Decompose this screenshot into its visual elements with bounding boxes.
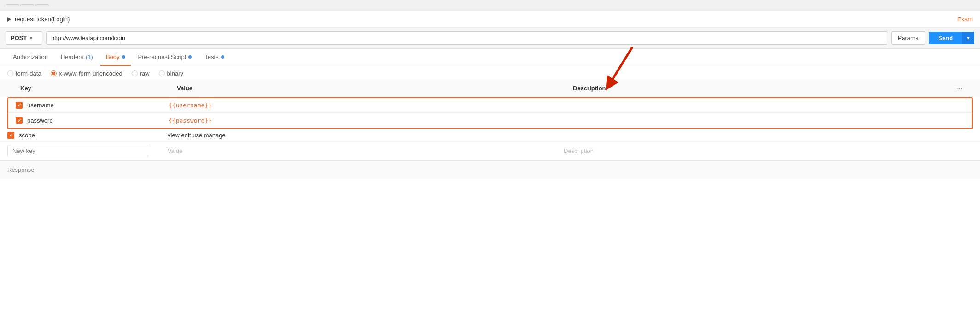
tab-tests[interactable]: Tests xyxy=(199,49,229,66)
table-header: Key Value Description ··· xyxy=(0,81,980,97)
tab-headers-label: Headers xyxy=(61,53,83,60)
tab-authorization[interactable]: Authorization xyxy=(7,49,53,66)
radio-binary-label: binary xyxy=(167,70,183,77)
col-key: Key xyxy=(7,85,164,93)
table-row: ✓ scope view edit use manage xyxy=(0,129,980,142)
col-description: Description xyxy=(560,85,956,93)
radio-raw[interactable]: raw xyxy=(132,70,150,77)
tab-tests-label: Tests xyxy=(204,53,218,60)
example-link[interactable]: Exam xyxy=(957,16,973,23)
stub-tab-1[interactable] xyxy=(6,4,19,6)
body-type-row: form-data x-www-form-urlencoded raw bina… xyxy=(0,66,980,81)
new-value-placeholder[interactable]: Value xyxy=(164,147,560,154)
section-title-text: request token(Login) xyxy=(15,16,70,23)
method-dropdown[interactable]: POST ▼ xyxy=(6,31,42,45)
new-key-input[interactable] xyxy=(7,145,148,157)
tab-headers[interactable]: Headers (1) xyxy=(55,49,99,66)
params-table: Key Value Description ··· ✓ username {{u… xyxy=(0,81,980,160)
tab-pre-request-label: Pre-request Script xyxy=(138,53,187,60)
url-input[interactable] xyxy=(46,31,887,45)
send-dropdown-button[interactable]: ▼ xyxy=(962,32,974,44)
new-desc-placeholder: Description xyxy=(560,147,956,154)
new-key-cell xyxy=(7,145,164,157)
radio-form-data-label: form-data xyxy=(16,70,41,77)
method-chevron-icon: ▼ xyxy=(29,35,33,41)
checkbox-check-icon: ✓ xyxy=(18,103,21,108)
send-button[interactable]: Send xyxy=(929,32,962,44)
method-label: POST xyxy=(11,35,27,41)
top-stub-bar xyxy=(0,0,980,11)
row-password-key-cell: ✓ password xyxy=(8,117,165,124)
params-button[interactable]: Params xyxy=(891,31,926,45)
table-options-icon[interactable]: ··· xyxy=(956,85,973,93)
row-scope-value: view edit use manage xyxy=(168,132,226,139)
row-scope-checkbox[interactable]: ✓ xyxy=(7,132,14,139)
tab-tests-dot xyxy=(221,55,224,59)
row-scope-value-cell[interactable]: view edit use manage xyxy=(164,132,560,139)
row-scope-key: scope xyxy=(19,132,35,139)
checkbox-check-icon-2: ✓ xyxy=(18,118,21,123)
row-username-value: {{username}} xyxy=(169,102,212,109)
radio-binary-circle xyxy=(159,70,165,76)
checkbox-check-icon-3: ✓ xyxy=(9,133,13,138)
row-password-checkbox[interactable]: ✓ xyxy=(16,117,23,124)
radio-urlencoded[interactable]: x-www-form-urlencoded xyxy=(51,70,122,77)
radio-form-data-circle xyxy=(7,70,13,76)
new-key-row: Value Description xyxy=(0,142,980,160)
row-password-value-cell[interactable]: {{password}} xyxy=(165,117,560,124)
tab-pre-request[interactable]: Pre-request Script xyxy=(133,49,198,66)
row-username-key-cell: ✓ username xyxy=(8,102,165,109)
highlighted-rows-group: ✓ username {{username}} ✓ password {{pas… xyxy=(7,97,973,129)
row-scope-key-cell: ✓ scope xyxy=(7,132,164,139)
url-bar: POST ▼ Params Send ▼ xyxy=(0,28,980,49)
tab-pre-request-dot xyxy=(188,55,192,59)
row-username-checkbox[interactable]: ✓ xyxy=(16,102,23,109)
radio-urlencoded-label: x-www-form-urlencoded xyxy=(59,70,122,77)
row-username-key: username xyxy=(27,102,54,109)
radio-binary[interactable]: binary xyxy=(159,70,183,77)
radio-form-data[interactable]: form-data xyxy=(7,70,41,77)
collapse-triangle-icon[interactable] xyxy=(7,17,11,22)
stub-tab-3[interactable] xyxy=(35,4,49,6)
response-label: Response xyxy=(7,166,35,173)
radio-urlencoded-circle xyxy=(51,70,57,76)
stub-tab-2[interactable] xyxy=(20,4,34,6)
radio-raw-label: raw xyxy=(140,70,150,77)
col-value: Value xyxy=(164,85,560,93)
send-group: Send ▼ xyxy=(929,32,974,44)
tab-authorization-label: Authorization xyxy=(13,53,48,60)
radio-urlencoded-inner xyxy=(52,72,55,75)
row-password-key: password xyxy=(27,117,53,124)
section-title: request token(Login) xyxy=(7,16,70,23)
tab-body-label: Body xyxy=(106,53,120,60)
row-username-value-cell[interactable]: {{username}} xyxy=(165,102,560,109)
section-header: request token(Login) Exam xyxy=(0,11,980,28)
radio-raw-circle xyxy=(132,70,138,76)
table-row: ✓ password {{password}} xyxy=(8,113,972,128)
tab-body[interactable]: Body xyxy=(100,49,131,66)
tab-body-dot xyxy=(122,55,125,59)
tab-headers-badge: (1) xyxy=(86,53,93,60)
response-section: Response xyxy=(0,160,980,179)
row-password-value: {{password}} xyxy=(169,117,212,124)
tabs-row: Authorization Headers (1) Body Pre-reque… xyxy=(0,49,980,66)
table-row: ✓ username {{username}} xyxy=(8,98,972,113)
